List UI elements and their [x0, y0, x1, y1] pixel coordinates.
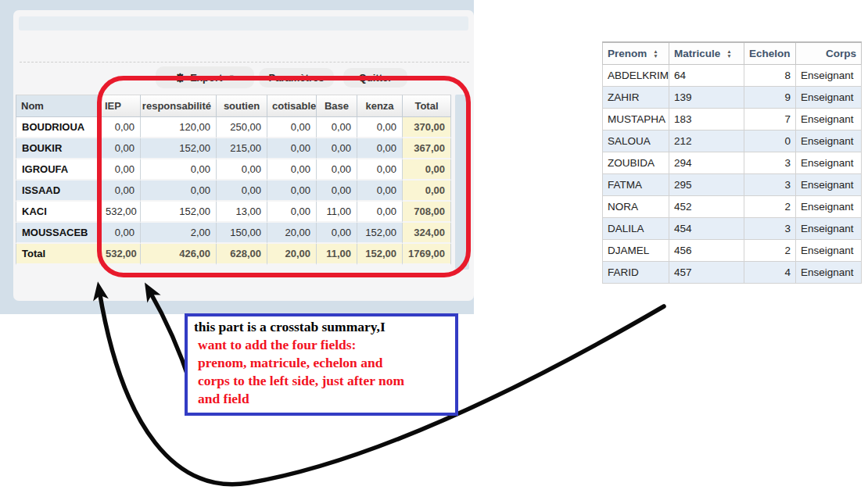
crosstab-row-moussaceb: MOUSSACEB0,002,00150,0020,000,00152,0032…: [16, 223, 451, 244]
detail-row-saloua: SALOUA2120Enseignant: [603, 131, 862, 152]
toolbar-divider: [20, 62, 469, 63]
detail-header-label: Prenom: [608, 48, 647, 59]
detail-cell: 2: [744, 240, 796, 262]
detail-row-fatma: FATMA2953Enseignant: [603, 174, 862, 196]
crosstab-cell: 0,00: [267, 202, 317, 223]
crosstab-row-boukir: BOUKIR0,00152,00215,000,000,000,00367,00: [16, 138, 451, 159]
detail-cell: ZOUBIDA: [603, 152, 669, 174]
sort-icon: ▲▼: [653, 49, 658, 59]
detail-header-echelon: Echelon: [744, 42, 796, 65]
detail-cell: Enseignant: [796, 262, 862, 284]
crosstab-cell: 708,00: [403, 202, 451, 223]
crosstab-cell: 150,00: [217, 223, 267, 244]
detail-cell: SALOUA: [603, 131, 669, 152]
annotation-red-line: want to add the four fields:: [194, 336, 452, 354]
detail-cell: FARID: [603, 262, 669, 284]
detail-cell: 64: [669, 65, 744, 87]
crosstab-row-boudrioua: BOUDRIOUA0,00120,00250,000,000,000,00370…: [16, 117, 451, 138]
detail-cell: 0: [744, 131, 796, 152]
detail-cell: 454: [669, 218, 744, 240]
crosstab-total-row: Total532,00426,00628,0020,0011,00152,001…: [16, 244, 451, 265]
crosstab-row-label: Total: [16, 244, 100, 265]
annotation-black-line: this part is a crosstab summary,I: [194, 318, 452, 336]
detail-header-label: Echelon: [749, 48, 791, 59]
detail-cell: ABDELKRIM: [603, 65, 669, 87]
detail-cell: ZAHIR: [603, 87, 669, 109]
detail-table: Prenom▲▼Matricule▲▼EchelonCorps ABDELKRI…: [602, 41, 862, 284]
crosstab-cell: 13,00: [217, 202, 267, 223]
crosstab-cell: 0,00: [141, 159, 217, 181]
detail-cell: Enseignant: [796, 109, 862, 131]
crosstab-cell: 0,00: [317, 159, 357, 181]
detail-header-prenom[interactable]: Prenom▲▼: [603, 42, 669, 65]
crosstab-row-label: IGROUFA: [16, 159, 100, 181]
crosstab-cell: 0,00: [357, 159, 403, 181]
detail-row-zahir: ZAHIR1399Enseignant: [603, 87, 862, 109]
detail-row-farid: FARID4574Enseignant: [603, 262, 862, 284]
detail-cell: 2: [744, 196, 796, 218]
panel-titlebar: [19, 16, 468, 30]
crosstab-cell: 0,00: [267, 181, 317, 202]
detail-cell: Enseignant: [796, 196, 862, 218]
crosstab-cell: 0,00: [267, 159, 317, 181]
detail-cell: Enseignant: [796, 152, 862, 174]
annotation-red-line: and field: [194, 390, 452, 408]
parametres-button-label: Paramètres: [269, 72, 325, 84]
detail-cell: 183: [669, 109, 744, 131]
detail-cell: 3: [744, 152, 796, 174]
detail-cell: Enseignant: [796, 218, 862, 240]
detail-row-mustapha: MUSTAPHA1837Enseignant: [603, 109, 862, 131]
detail-header-matricule[interactable]: Matricule▲▼: [669, 42, 744, 65]
crosstab-row-label: KACI: [16, 202, 100, 223]
crosstab-row-label: MOUSSACEB: [16, 223, 100, 244]
crosstab-cell: 0,00: [100, 181, 141, 202]
crosstab-cell: 0,00: [100, 117, 141, 138]
detail-cell: 9: [744, 87, 796, 109]
crosstab-cell: 0,00: [217, 181, 267, 202]
crosstab-cell: 370,00: [403, 117, 451, 138]
crosstab-table: NomIEPresponsabilitésoutiencotisableBase…: [16, 95, 451, 265]
detail-body: ABDELKRIM648EnseignantZAHIR1399Enseignan…: [603, 65, 862, 284]
crosstab-cell: 0,00: [357, 181, 403, 202]
detail-cell: 456: [669, 240, 744, 262]
crosstab-header-base: Base: [317, 95, 357, 117]
crosstab-row-issaad: ISSAAD0,000,000,000,000,000,000,00: [16, 181, 451, 202]
detail-header-label: Corps: [826, 48, 856, 59]
detail-cell: FATMA: [603, 174, 669, 196]
crosstab-cell: 120,00: [141, 117, 217, 138]
quitter-button[interactable]: Quitter: [343, 68, 407, 88]
detail-row-djamel: DJAMEL4562Enseignant: [603, 240, 862, 262]
sort-icon: ▲▼: [726, 49, 731, 59]
annotation-box: this part is a crosstab summary,I want t…: [185, 313, 458, 416]
detail-cell: 4: [744, 262, 796, 284]
crosstab-cell: 11,00: [317, 202, 357, 223]
crosstab-cell: 0,00: [141, 181, 217, 202]
detail-cell: 8: [744, 65, 796, 87]
detail-cell: 3: [744, 174, 796, 196]
crosstab-cell: 215,00: [217, 138, 267, 159]
crosstab-cell: 0,00: [317, 223, 357, 244]
detail-cell: 294: [669, 152, 744, 174]
crosstab-row-label: BOUDRIOUA: [16, 117, 100, 138]
crosstab-cell: 0,00: [100, 223, 141, 244]
crosstab-cell: 0,00: [357, 117, 403, 138]
crosstab-cell: 0,00: [317, 138, 357, 159]
crosstab-cell: 11,00: [317, 244, 357, 265]
crosstab-row-label: BOUKIR: [16, 138, 100, 159]
crosstab-cell: 0,00: [217, 159, 267, 181]
annotation-red-lines: want to add the four fields:prenom, matr…: [194, 336, 452, 408]
parametres-button[interactable]: Paramètres: [259, 68, 334, 88]
export-button[interactable]: ⚙ Export ▼: [156, 66, 254, 88]
crosstab-cell: 0,00: [357, 202, 403, 223]
vertical-scrollbar[interactable]: [455, 95, 469, 270]
crosstab-header-iep: IEP: [100, 95, 141, 117]
crosstab-header-nom: Nom: [16, 95, 100, 117]
detail-cell: MUSTAPHA: [603, 109, 669, 131]
crosstab-cell: 20,00: [267, 223, 317, 244]
crosstab-cell: 152,00: [357, 244, 403, 265]
export-button-label: Export: [190, 72, 222, 84]
detail-cell: Enseignant: [796, 240, 862, 262]
crosstab-cell: 2,00: [141, 223, 217, 244]
screenshot-root: ⚙ Export ▼ Paramètres Quitter NomIEPresp…: [0, 0, 868, 497]
detail-cell: 3: [744, 218, 796, 240]
